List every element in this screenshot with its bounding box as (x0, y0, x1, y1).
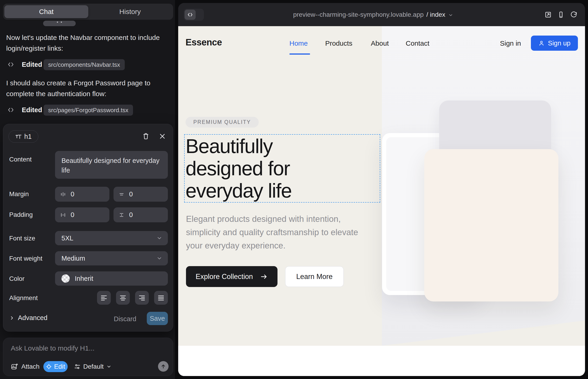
align-justify-icon (157, 294, 164, 301)
preview-window: preview--charming-site-symphony.lovable.… (178, 3, 585, 376)
url-host: preview--charming-site-symphony.lovable.… (293, 11, 424, 18)
premium-badge: PREMIUM QUALITY (186, 117, 259, 127)
scrolled-chip (43, 21, 76, 26)
sign-in-link[interactable]: Sign in (500, 39, 521, 47)
close-editor-button[interactable] (158, 132, 167, 141)
tab-chat[interactable]: Chat (4, 5, 88, 18)
preview-url[interactable]: preview--charming-site-symphony.lovable.… (293, 3, 453, 26)
chat-composer[interactable]: Ask Lovable to modify H1... Attach Edit … (3, 338, 173, 376)
padding-horizontal-icon (60, 212, 66, 218)
edit-label: Edit (54, 363, 65, 370)
code-icon (7, 61, 14, 68)
file-chip[interactable]: src/pages/ForgotPassword.tsx (44, 105, 133, 116)
align-right-button[interactable] (135, 291, 149, 305)
advanced-toggle[interactable]: Advanced (9, 314, 47, 322)
arrow-right-icon (260, 273, 268, 281)
align-justify-button[interactable] (154, 291, 168, 305)
selected-element-pill[interactable]: h1 (8, 130, 38, 143)
code-icon (7, 107, 14, 113)
refresh-icon (570, 11, 577, 18)
trash-icon (142, 133, 150, 140)
refresh-button[interactable] (570, 11, 578, 19)
attach-button[interactable]: Attach (11, 361, 39, 372)
edited-label: Edited (22, 61, 42, 68)
margin-y-value: 0 (129, 190, 133, 198)
align-left-icon (100, 294, 107, 301)
alignment-label: Alignment (9, 294, 38, 302)
element-editor-panel: h1 Content Beautifully designed for ever… (3, 124, 173, 332)
color-value: Inherit (75, 275, 93, 283)
sign-up-label: Sign up (548, 39, 570, 47)
margin-x-value: 0 (71, 190, 74, 198)
code-toggle-segment[interactable] (185, 10, 196, 20)
content-textarea[interactable]: Beautifully designed for everyday life (55, 151, 168, 179)
code-preview-toggle[interactable] (184, 9, 204, 21)
align-right-icon (139, 294, 145, 301)
send-button[interactable] (158, 361, 169, 372)
padding-y-value: 0 (129, 211, 133, 219)
hero-description: Elegant products designed with intention… (186, 212, 372, 252)
explore-collection-button[interactable]: Explore Collection (186, 266, 278, 287)
nav-link-about[interactable]: About (371, 39, 389, 47)
assistant-message: I should also create a Forgot Password p… (6, 78, 164, 99)
user-icon (538, 40, 545, 46)
attach-label: Attach (21, 363, 39, 370)
font-weight-select[interactable]: Medium (55, 251, 168, 266)
nav-link-home[interactable]: Home (289, 39, 308, 47)
margin-y-input[interactable]: 0 (113, 187, 168, 202)
discard-button[interactable]: Discard (114, 315, 136, 323)
open-external-button[interactable] (544, 11, 552, 19)
padding-label: Padding (9, 211, 33, 218)
font-size-select[interactable]: 5XL (55, 231, 168, 245)
hero-heading[interactable]: Beautifully designed for everyday life (186, 135, 292, 202)
margin-x-input[interactable]: 0 (55, 187, 109, 202)
edited-file-row: Edited src/pages/ForgotPassword.tsx (0, 105, 170, 116)
mode-selector[interactable]: Default (74, 361, 111, 372)
url-path[interactable]: / index (426, 11, 445, 18)
color-select[interactable]: Inherit (55, 271, 168, 286)
margin-horizontal-icon (60, 191, 66, 197)
target-icon (46, 364, 52, 370)
smartphone-icon (557, 11, 565, 18)
edit-mode-pill[interactable]: Edit (43, 361, 68, 372)
learn-more-button[interactable]: Learn More (285, 266, 344, 287)
hero-heading-line: Beautifully (186, 135, 292, 157)
padding-x-value: 0 (71, 211, 74, 219)
tab-history[interactable]: History (88, 5, 172, 18)
edited-file-row: Edited src/components/Navbar.tsx (0, 59, 170, 70)
composer-placeholder[interactable]: Ask Lovable to modify H1... (11, 344, 94, 352)
color-label: Color (9, 275, 25, 283)
chevron-down-icon (156, 235, 162, 241)
mode-label: Default (83, 363, 104, 370)
chevron-down-icon (156, 255, 162, 261)
chat-history-tabs: Chat History (3, 4, 173, 20)
font-size-label: Font size (9, 235, 35, 242)
delete-element-button[interactable] (141, 132, 150, 141)
explore-collection-label: Explore Collection (196, 272, 253, 281)
advanced-label: Advanced (18, 314, 47, 322)
arrow-up-icon (160, 363, 166, 369)
padding-y-input[interactable]: 0 (113, 207, 168, 222)
nav-link-products[interactable]: Products (325, 39, 352, 47)
chevron-down-icon (107, 364, 111, 369)
hero-heading-line: designed for (186, 157, 292, 179)
mobile-view-button[interactable] (557, 11, 565, 19)
type-icon (15, 133, 22, 140)
site-logo[interactable]: Essence (186, 37, 222, 47)
sign-up-button[interactable]: Sign up (531, 35, 578, 51)
padding-x-input[interactable]: 0 (55, 207, 109, 222)
margin-label: Margin (9, 190, 29, 198)
margin-vertical-icon (119, 191, 124, 197)
align-center-icon (120, 294, 126, 301)
font-weight-value: Medium (62, 255, 85, 262)
font-weight-label: Font weight (9, 255, 42, 262)
edited-label: Edited (22, 106, 42, 114)
padding-vertical-icon (119, 212, 124, 218)
align-left-button[interactable] (97, 291, 111, 305)
save-button[interactable]: Save (147, 312, 168, 325)
ellipsis-icon (57, 22, 62, 23)
nav-home-underline (289, 53, 310, 55)
file-chip[interactable]: src/components/Navbar.tsx (44, 59, 125, 70)
nav-link-contact[interactable]: Contact (406, 39, 429, 47)
align-center-button[interactable] (116, 291, 130, 305)
